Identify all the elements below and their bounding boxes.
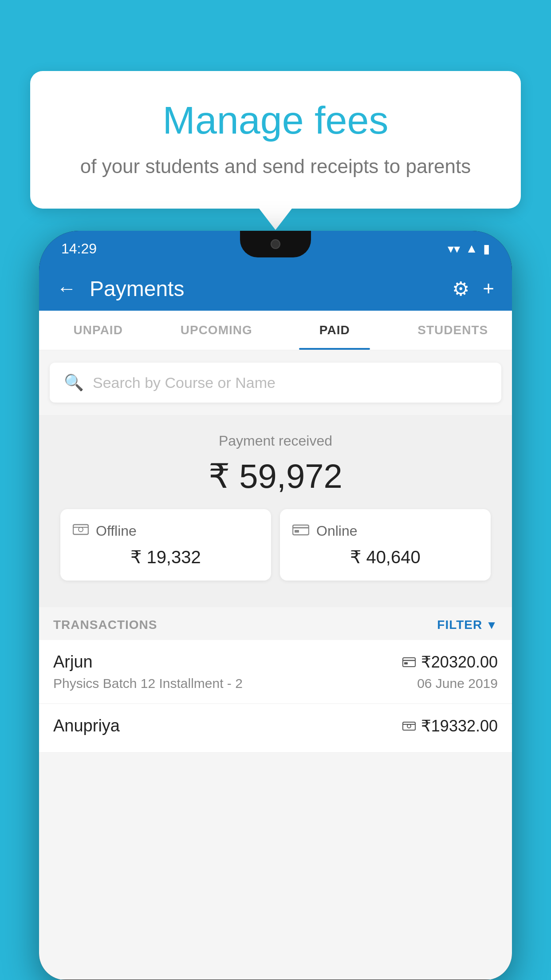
screen-content: 🔍 Search by Course or Name Payment recei… [39,350,512,980]
online-amount: ₹ 40,640 [292,547,478,567]
transaction-date: 06 June 2019 [417,676,498,691]
card-payment-icon [292,522,309,540]
offline-label: Offline [96,523,137,539]
transaction-row-bottom: Physics Batch 12 Installment - 2 06 June… [53,676,498,691]
transactions-header: TRANSACTIONS FILTER ▼ [39,607,512,640]
cash-payment-icon [73,522,89,540]
search-placeholder: Search by Course or Name [93,374,276,391]
filter-icon: ▼ [486,618,498,632]
status-icons: ▾▾ ▲ ▮ [448,241,490,256]
settings-icon[interactable]: ⚙ [452,277,469,300]
course-info: Physics Batch 12 Installment - 2 [53,676,243,691]
tab-unpaid[interactable]: UNPAID [39,311,157,350]
online-card-header: Online [292,522,478,540]
svg-point-10 [407,724,411,728]
online-card: Online ₹ 40,640 [280,509,491,581]
student-name: Arjun [53,652,93,672]
payment-total-amount: ₹ 59,972 [50,456,501,496]
online-label: Online [316,523,358,539]
tab-upcoming[interactable]: UPCOMING [157,311,276,350]
bubble-subtitle: of your students and send receipts to pa… [66,155,485,178]
status-time: 14:29 [61,241,97,257]
transaction-row-top: Arjun ₹20320.00 [53,652,498,672]
phone-notch [240,231,311,257]
svg-rect-8 [404,662,408,664]
battery-icon: ▮ [483,241,490,256]
signal-icon: ▲ [465,241,478,256]
payment-received-section: Payment received ₹ 59,972 [39,415,512,607]
transaction-item[interactable]: Arjun ₹20320.00 Physics Batch 12 Install… [39,640,512,704]
tab-students[interactable]: STUDENTS [394,311,512,350]
offline-amount: ₹ 19,332 [73,547,259,567]
back-button[interactable]: ← [57,277,76,300]
svg-rect-9 [403,722,415,730]
cash-icon-small [402,721,416,731]
wifi-icon: ▾▾ [448,241,460,256]
payment-received-label: Payment received [50,433,501,449]
app-bar-icons: ⚙ + [452,277,494,300]
add-icon[interactable]: + [483,277,494,300]
app-bar: ← Payments ⚙ + [39,266,512,311]
transaction-amount: ₹20320.00 [402,653,498,672]
status-bar: 14:29 ▾▾ ▲ ▮ [39,231,512,266]
tab-paid[interactable]: PAID [276,311,394,350]
student-name: Anupriya [53,716,120,735]
offline-card-header: Offline [73,522,259,540]
payment-cards: Offline ₹ 19,332 [60,509,491,581]
card-icon-small [402,657,416,668]
transaction-row-top: Anupriya ₹19332.00 [53,716,498,735]
svg-rect-5 [295,530,299,533]
transaction-item[interactable]: Anupriya ₹19332.00 [39,704,512,753]
filter-button[interactable]: FILTER ▼ [437,618,498,632]
camera [271,239,280,249]
search-icon: 🔍 [64,373,84,392]
offline-card: Offline ₹ 19,332 [60,509,271,581]
phone-frame: 14:29 ▾▾ ▲ ▮ ← Payments ⚙ + UNPAID UPCOM… [39,231,512,980]
svg-point-1 [79,527,83,532]
speech-bubble: Manage fees of your students and send re… [30,71,521,209]
app-title: Payments [90,277,439,301]
bubble-title: Manage fees [66,98,485,143]
search-bar[interactable]: 🔍 Search by Course or Name [50,363,501,403]
tabs: UNPAID UPCOMING PAID STUDENTS [39,311,512,350]
transactions-label: TRANSACTIONS [53,618,157,632]
svg-rect-0 [73,525,88,534]
transaction-amount: ₹19332.00 [402,717,498,735]
